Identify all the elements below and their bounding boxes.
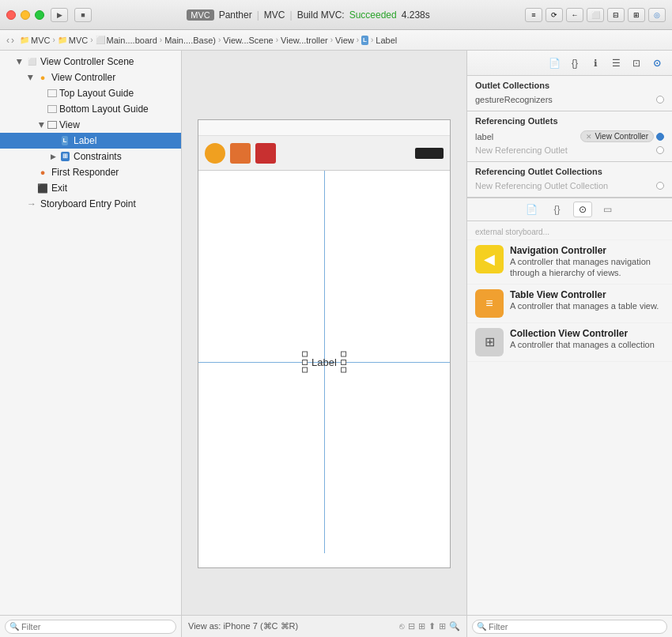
sidebar-item-label[interactable]: L Label [0,133,181,149]
traffic-lights [6,10,44,20]
inspector-tab-size[interactable]: ⊡ [628,55,645,72]
label-outlet-chip[interactable]: ✕ View Controller [580,130,654,142]
canvas-area: → [182,51,466,637]
inspector-tab-file[interactable]: 📄 [546,55,563,72]
new-referencing-outlet-label: New Referencing Outlet [475,145,568,155]
table-vc-text: Table View Controller A controller that … [510,289,664,311]
breadcrumb-item-1[interactable]: 📁 MVC [58,36,88,45]
inspector-tab-connections[interactable]: ⊙ [648,55,666,72]
breadcrumb-sep-7: › [371,36,373,44]
sidebar-toggle-button[interactable]: ≡ [525,8,542,22]
breadcrumb-item-4[interactable]: View...Scene [223,36,273,45]
gesture-recognizers-dot[interactable] [656,96,664,104]
build-time: 4.238s [402,9,430,21]
library-tab-media[interactable]: ▭ [598,202,617,217]
canvas-icon-5[interactable]: ⊞ [439,621,446,631]
version-button[interactable]: ⊞ [628,8,645,22]
run-button[interactable]: ▶ [51,8,68,22]
nav-forward[interactable]: › [11,35,14,46]
sidebar-item-storyboard-entry[interactable]: → Storyboard Entry Point [0,196,181,212]
breadcrumb-label-1: MVC [69,36,88,45]
collection-vc-desc: A controller that manages a collection [510,339,664,350]
library-filter-input[interactable] [472,620,667,634]
breadcrumb-item-3[interactable]: Main....Base) [164,36,216,45]
handle-tr [341,352,346,357]
sidebar-label-vc-scene: View Controller Scene [40,56,134,67]
navigator-button[interactable]: ← [566,8,583,22]
breadcrumb-item-label[interactable]: Label [376,36,397,45]
main-area: ▶ ⬜ View Controller Scene ▶ ● View Contr… [0,51,672,637]
sidebar-label-fr: First Responder [51,167,119,178]
breadcrumb-item-label-icon[interactable]: L [361,36,368,45]
library-tab-code[interactable]: {} [548,202,567,217]
breadcrumb-item-6[interactable]: View [335,36,354,45]
nav-controller-desc: A controller that manages navigation thr… [510,256,664,279]
sidebar-item-view-controller[interactable]: ▶ ● View Controller [0,70,181,85]
sidebar-filter-input[interactable] [5,620,176,634]
table-vc-lines-icon: ≡ [485,296,493,311]
new-ref-outlet-collection-dot[interactable] [656,182,664,190]
phone-frame[interactable]: Label [198,119,451,568]
inspector-button[interactable]: ◎ [648,8,666,22]
sidebar-tree: ▶ ⬜ View Controller Scene ▶ ● View Contr… [0,51,181,615]
sidebar-item-view[interactable]: ▶ View [0,117,181,133]
nav-controller-title: Navigation Controller [510,245,664,256]
label-outlet-dot[interactable] [656,133,664,141]
library-filter-icon: 🔍 [477,622,486,631]
sidebar-item-constraints[interactable]: ▶ ⊞ Constraints [0,149,181,164]
sidebar-label-exit: Exit [51,183,67,194]
handle-bl [302,368,308,373]
nav-back[interactable]: ‹ [6,35,9,46]
handle-mr [341,360,346,365]
gesture-recognizers-label: gestureRecognizers [475,95,553,104]
new-referencing-outlet-dot[interactable] [656,146,664,154]
list-item-partial[interactable]: external storyboard... [467,224,672,240]
list-item-nav-controller[interactable]: ◀ Navigation Controller A controller tha… [467,240,672,285]
collection-vc-title: Collection View Controller [510,328,664,339]
list-item-collection-vc[interactable]: ⊞ Collection View Controller A controlle… [467,323,672,362]
library-filter-wrap: 🔍 [472,620,667,634]
minimize-button[interactable] [21,10,30,20]
breadcrumb-sep-0: › [52,36,55,44]
table-vc-title: Table View Controller [510,289,664,300]
chip-x-btn[interactable]: ✕ [586,133,592,141]
library-tab-object[interactable]: ⊙ [573,202,592,217]
folder-icon-0: 📁 [20,36,29,44]
label-tree-icon: L [59,135,71,146]
sidebar-item-first-responder[interactable]: ● First Responder [0,164,181,180]
label-with-handles[interactable]: Label [305,355,343,370]
phone-content[interactable]: Label [198,171,450,553]
breadcrumb-item-5[interactable]: View...troller [281,36,328,45]
label-element-container[interactable]: Label [305,355,343,370]
maximize-button[interactable] [35,10,44,20]
close-button[interactable] [6,10,16,20]
breadcrumb-item-0[interactable]: 📁 MVC [20,36,50,45]
inspector-tab-quick[interactable]: {} [566,55,583,72]
breadcrumb-label-4: View...Scene [223,36,273,45]
new-ref-outlet-collection-row[interactable]: New Referencing Outlet Collection [475,179,664,192]
sidebar-item-exit[interactable]: ⬛ Exit [0,180,181,196]
sidebar-filter-wrap: 🔍 [5,620,176,634]
stop-button[interactable]: ■ [74,8,92,22]
sidebar-item-bottom-layout[interactable]: Bottom Layout Guide [0,101,181,117]
breadcrumb-item-2[interactable]: ⬜ Main....board [96,36,157,45]
inspector-tab-identity[interactable]: ℹ [587,55,604,72]
library-panel: 📄 {} ⊙ ▭ external storyboard... ◀ Navig [467,198,672,637]
layout-button[interactable]: ⬜ [587,8,604,22]
canvas-icon-1[interactable]: ⎋ [399,621,405,631]
new-referencing-outlet-row[interactable]: New Referencing Outlet [475,144,664,156]
canvas-icon-4[interactable]: ⬆ [428,621,436,631]
canvas-zoom[interactable]: 🔍 [449,621,460,631]
canvas-icon-3[interactable]: ⊞ [418,621,425,631]
nav-controller-text: Navigation Controller A controller that … [510,245,664,279]
assistant-button[interactable]: ⊟ [607,8,625,22]
inspector-tab-attributes[interactable]: ☰ [607,55,625,72]
canvas-icon-2[interactable]: ⊟ [408,621,415,631]
library-tab-file[interactable]: 📄 [523,202,542,217]
entry-arrow-icon: → [25,198,38,209]
back-forward-button[interactable]: ⟳ [546,8,563,22]
new-ref-outlet-collection-label: New Referencing Outlet Collection [475,181,608,190]
sidebar-item-vc-scene[interactable]: ▶ ⬜ View Controller Scene [0,54,181,70]
list-item-table-vc[interactable]: ≡ Table View Controller A controller tha… [467,285,672,323]
sidebar-item-top-layout[interactable]: Top Layout Guide [0,85,181,101]
